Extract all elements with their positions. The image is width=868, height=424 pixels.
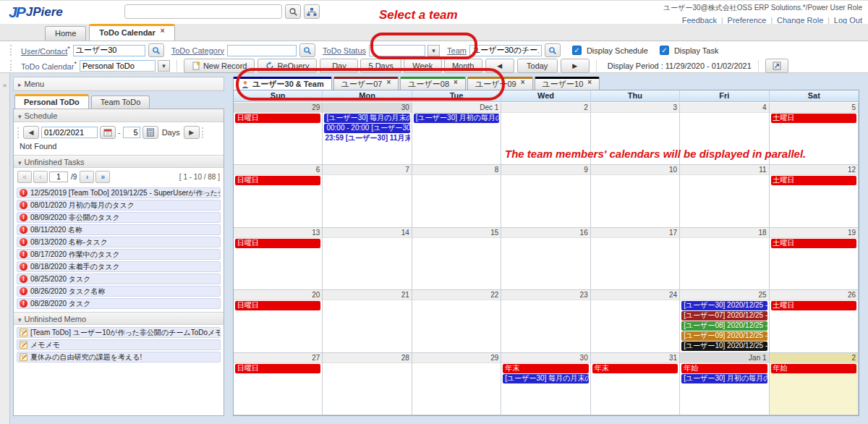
todo-category-input[interactable] <box>227 45 297 56</box>
calendar-cell[interactable]: 15 <box>412 228 501 290</box>
page-number-input[interactable] <box>49 171 68 182</box>
calendar-cell[interactable]: 30[ユーザー30] 毎月の月末の予定00:00 - 20:00 [ユーザー30… <box>323 103 412 165</box>
task-list-item[interactable]: !08/01/2020 月初の毎月のタスク <box>17 200 221 211</box>
tab-home[interactable]: Home <box>45 26 86 41</box>
calendar-event[interactable]: 土曜日 <box>771 239 856 248</box>
calendar-event[interactable]: 土曜日 <box>771 114 856 123</box>
memo-section-header[interactable]: ▾Unfinished Memo <box>14 312 224 325</box>
calendar-cell[interactable]: 21 <box>323 290 412 352</box>
calendar-cell[interactable]: 24 <box>591 290 680 352</box>
calendar-event[interactable]: 土曜日 <box>771 301 856 310</box>
last-page-button[interactable]: » <box>95 171 110 183</box>
calendar-cell[interactable]: 10 <box>591 165 680 227</box>
display-schedule-checkbox[interactable]: ✓ <box>572 46 582 55</box>
view-button-week[interactable]: Week <box>404 59 442 73</box>
memo-list-item[interactable]: 夏休みの自由研究の課題を考える! <box>17 352 221 362</box>
calendar-cell[interactable]: 18 <box>680 228 769 290</box>
calendar-cell[interactable]: 13日曜日 <box>234 228 323 290</box>
calendar-event[interactable]: 年末 <box>503 364 588 373</box>
team-tab-2[interactable]: ユーザー08× <box>400 77 466 90</box>
team-tab-3[interactable]: ユーザー09× <box>467 77 533 90</box>
calendar-event[interactable]: 年末 <box>592 364 678 373</box>
schedule-prev-button[interactable]: ◀ <box>23 126 39 139</box>
calendar-cell[interactable]: 11 <box>680 165 769 227</box>
new-record-button[interactable]: New Record <box>184 59 255 73</box>
expand-button[interactable] <box>765 59 788 73</box>
task-list-item[interactable]: !08/17/2020 作業中のタスク <box>17 249 221 260</box>
global-search-button[interactable] <box>285 4 301 19</box>
calendar-cell[interactable]: 17 <box>591 228 680 290</box>
team-tab-0[interactable]: ユーザー30 & Team <box>233 77 332 90</box>
todo-status-input[interactable] <box>369 45 425 56</box>
user-contact-input[interactable] <box>73 45 145 56</box>
calendar-cell[interactable]: 14 <box>323 228 412 290</box>
close-icon[interactable]: × <box>387 78 391 86</box>
team-tab-1[interactable]: ユーザー07× <box>333 77 399 90</box>
task-list-item[interactable]: !12/25/2019 [Team ToDo] 2019/12/25 - Sup… <box>17 187 221 198</box>
calendar-event[interactable]: 日曜日 <box>235 114 320 123</box>
schedule-next-button[interactable]: ▶ <box>184 126 200 139</box>
calendar-cell[interactable]: Dec 1[ユーザー30] 月初の毎月のタスク <box>412 103 501 165</box>
calendar-event[interactable]: [ユーザー08] 2020/12/25 - SuperUs <box>681 321 767 331</box>
menu-collapsible-header[interactable]: ▸Menu <box>13 77 224 91</box>
calendar-cell[interactable]: 29日曜日 <box>234 103 323 165</box>
close-icon[interactable]: × <box>521 78 525 86</box>
calendar-cell[interactable]: Jan 1年始[ユーザー30] 月初の毎月のタスク <box>680 353 769 415</box>
calendar-cell[interactable]: 25[ユーザー30] 2020/12/25 - SuperUs[ユーザー07] … <box>680 290 769 352</box>
calendar-event[interactable]: 日曜日 <box>235 301 320 310</box>
task-list-item[interactable]: !08/09/2020 非公開のタスク <box>17 212 221 223</box>
memo-list-item[interactable]: メモメモ <box>17 339 221 350</box>
calendar-cell[interactable]: 27日曜日 <box>234 353 323 415</box>
team-tab-4[interactable]: ユーザー10× <box>535 77 600 90</box>
calendar-event[interactable]: [ユーザー30] 毎月の月末の予定 <box>324 114 409 123</box>
calendar-cell[interactable]: 22 <box>412 290 501 352</box>
calendar-event[interactable]: 日曜日 <box>235 176 320 185</box>
today-button[interactable]: Today <box>517 59 558 73</box>
calendar-event[interactable]: 年始 <box>771 364 856 373</box>
schedule-date-input[interactable] <box>41 127 98 138</box>
calendar-cell[interactable]: 28 <box>323 353 412 415</box>
todo-calendar-caret[interactable]: ▾ <box>158 60 170 72</box>
tab-todo-calendar[interactable]: ToDo Calendar× <box>89 24 174 41</box>
calendar-event[interactable]: [ユーザー30] 月初の毎月のタスク <box>681 374 767 383</box>
previous-period-button[interactable]: ◀ <box>485 59 514 73</box>
calendar-cell[interactable]: 7 <box>323 165 412 227</box>
calculator-button[interactable] <box>142 126 158 139</box>
view-button-5-days[interactable]: 5 Days <box>360 59 401 73</box>
schedule-section-header[interactable]: ▾Schedule <box>14 109 224 122</box>
display-task-checkbox[interactable]: ✓ <box>660 46 669 55</box>
team-input[interactable] <box>469 45 542 56</box>
task-list-item[interactable]: !08/28/2020 タスク <box>17 298 221 309</box>
calendar-cell[interactable]: 29 <box>412 353 501 415</box>
menu-lookup-button[interactable] <box>304 4 320 19</box>
schedule-days-input[interactable] <box>123 127 140 138</box>
global-search-input[interactable] <box>124 4 282 19</box>
calendar-cell[interactable]: 31年末 <box>591 353 680 415</box>
memo-list-item[interactable]: [Team ToDo] ユーザー10が作った非公開のチームToDoメモ <box>17 327 221 338</box>
calendar-event[interactable]: [ユーザー30] 月初の毎月のタスク <box>414 114 499 123</box>
previous-page-button[interactable]: ‹ <box>33 171 48 183</box>
user-contact-lookup-button[interactable] <box>148 43 164 57</box>
calendar-cell[interactable]: 20日曜日 <box>234 290 323 352</box>
close-icon[interactable]: × <box>161 27 165 35</box>
todo-category-lookup-button[interactable] <box>299 43 315 57</box>
date-picker-button[interactable] <box>100 126 116 139</box>
task-list-item[interactable]: !08/25/2020 タスク <box>17 274 221 284</box>
calendar-event[interactable]: [ユーザー30] 2020/12/25 - SuperUs <box>681 301 767 310</box>
calendar-event[interactable]: 土曜日 <box>771 176 856 185</box>
west-collapse-rail[interactable]: » <box>0 73 10 424</box>
task-list-item[interactable]: !08/26/2020 タスク名称 <box>17 286 221 297</box>
task-list-item[interactable]: !08/11/2020 名称 <box>17 224 221 235</box>
view-button-month[interactable]: Month <box>444 59 482 73</box>
calendar-cell[interactable]: 2年始 <box>770 353 859 415</box>
calendar-event[interactable]: 23:59 [ユーザー30] 11月末の最後の <box>324 134 409 143</box>
calendar-event[interactable]: 日曜日 <box>235 364 320 373</box>
requery-button[interactable]: ReQuery <box>258 59 317 73</box>
task-list-item[interactable]: !08/18/2020 未着手のタスク <box>17 261 221 272</box>
sidebar-tab-team-todo[interactable]: Team ToDo <box>91 96 150 109</box>
team-lookup-button[interactable] <box>545 43 561 57</box>
first-page-button[interactable]: « <box>17 171 32 183</box>
calendar-cell[interactable]: 26土曜日 <box>770 290 859 352</box>
next-period-button[interactable]: ▶ <box>561 59 590 73</box>
view-button-day[interactable]: Day <box>320 59 358 73</box>
